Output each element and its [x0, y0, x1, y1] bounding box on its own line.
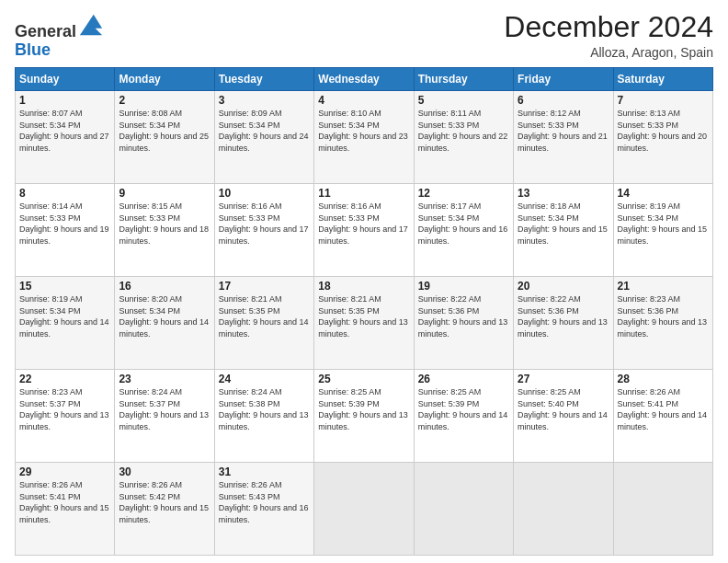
calendar-cell: 9Sunrise: 8:15 AMSunset: 5:33 PMDaylight…	[115, 184, 214, 277]
weekday-thursday: Thursday	[414, 68, 513, 91]
day-detail: Sunrise: 8:16 AMSunset: 5:33 PMDaylight:…	[318, 201, 409, 247]
weekday-wednesday: Wednesday	[314, 68, 414, 91]
day-number: 17	[219, 280, 310, 293]
day-number: 11	[318, 187, 409, 200]
calendar-cell: 27Sunrise: 8:25 AMSunset: 5:40 PMDayligh…	[514, 370, 613, 463]
day-detail: Sunrise: 8:11 AMSunset: 5:33 PMDaylight:…	[418, 108, 509, 154]
day-detail: Sunrise: 8:19 AMSunset: 5:34 PMDaylight:…	[19, 293, 110, 339]
calendar-cell: 12Sunrise: 8:17 AMSunset: 5:34 PMDayligh…	[414, 184, 513, 277]
day-number: 28	[618, 373, 709, 385]
day-number: 18	[318, 280, 409, 293]
day-detail: Sunrise: 8:12 AMSunset: 5:33 PMDaylight:…	[518, 108, 609, 154]
calendar-cell: 10Sunrise: 8:16 AMSunset: 5:33 PMDayligh…	[214, 184, 313, 277]
day-number: 6	[518, 94, 609, 107]
calendar-cell: 3Sunrise: 8:09 AMSunset: 5:34 PMDaylight…	[214, 91, 313, 184]
day-detail: Sunrise: 8:26 AMSunset: 5:43 PMDaylight:…	[219, 479, 310, 525]
logo-text: GeneralBlue	[15, 11, 104, 60]
day-number: 30	[119, 465, 210, 478]
weekday-header-row: SundayMondayTuesdayWednesdayThursdayFrid…	[16, 68, 713, 91]
day-detail: Sunrise: 8:09 AMSunset: 5:34 PMDaylight:…	[219, 108, 310, 154]
day-number: 13	[518, 187, 609, 200]
title-block: December 2024 Alloza, Aragon, Spain	[504, 11, 713, 60]
day-number: 29	[19, 465, 110, 478]
day-detail: Sunrise: 8:17 AMSunset: 5:34 PMDaylight:…	[418, 201, 509, 247]
day-detail: Sunrise: 8:07 AMSunset: 5:34 PMDaylight:…	[19, 108, 110, 154]
calendar-cell: 15Sunrise: 8:19 AMSunset: 5:34 PMDayligh…	[16, 277, 115, 370]
day-detail: Sunrise: 8:25 AMSunset: 5:40 PMDaylight:…	[518, 386, 609, 432]
day-number: 12	[418, 187, 509, 200]
day-number: 10	[219, 187, 310, 200]
day-number: 7	[618, 94, 709, 107]
day-number: 24	[219, 373, 310, 385]
calendar-cell: 13Sunrise: 8:18 AMSunset: 5:34 PMDayligh…	[514, 184, 613, 277]
calendar-cell: 24Sunrise: 8:24 AMSunset: 5:38 PMDayligh…	[214, 370, 313, 463]
day-number: 21	[618, 280, 709, 293]
week-row-4: 22Sunrise: 8:23 AMSunset: 5:37 PMDayligh…	[16, 370, 713, 463]
day-number: 3	[219, 94, 310, 107]
day-number: 16	[119, 280, 210, 293]
day-number: 22	[19, 373, 110, 385]
calendar-cell: 6Sunrise: 8:12 AMSunset: 5:33 PMDaylight…	[514, 91, 613, 184]
calendar-cell: 17Sunrise: 8:21 AMSunset: 5:35 PMDayligh…	[214, 277, 313, 370]
day-detail: Sunrise: 8:26 AMSunset: 5:41 PMDaylight:…	[19, 479, 110, 525]
calendar-cell	[314, 463, 414, 556]
svg-marker-0	[80, 15, 102, 35]
day-number: 19	[418, 280, 509, 293]
day-detail: Sunrise: 8:15 AMSunset: 5:33 PMDaylight:…	[119, 201, 210, 247]
day-detail: Sunrise: 8:18 AMSunset: 5:34 PMDaylight:…	[518, 201, 609, 247]
day-number: 1	[19, 94, 110, 107]
calendar-cell: 7Sunrise: 8:13 AMSunset: 5:33 PMDaylight…	[613, 91, 712, 184]
day-number: 26	[418, 373, 509, 385]
weekday-tuesday: Tuesday	[214, 68, 313, 91]
day-detail: Sunrise: 8:24 AMSunset: 5:37 PMDaylight:…	[119, 386, 210, 432]
weekday-friday: Friday	[514, 68, 613, 91]
day-detail: Sunrise: 8:13 AMSunset: 5:33 PMDaylight:…	[618, 108, 709, 154]
calendar-cell: 29Sunrise: 8:26 AMSunset: 5:41 PMDayligh…	[16, 463, 115, 556]
week-row-1: 1Sunrise: 8:07 AMSunset: 5:34 PMDaylight…	[16, 91, 713, 184]
calendar-cell: 20Sunrise: 8:22 AMSunset: 5:36 PMDayligh…	[514, 277, 613, 370]
day-number: 5	[418, 94, 509, 107]
day-detail: Sunrise: 8:19 AMSunset: 5:34 PMDaylight:…	[618, 201, 709, 247]
week-row-5: 29Sunrise: 8:26 AMSunset: 5:41 PMDayligh…	[16, 463, 713, 556]
day-detail: Sunrise: 8:25 AMSunset: 5:39 PMDaylight:…	[418, 386, 509, 432]
day-detail: Sunrise: 8:22 AMSunset: 5:36 PMDaylight:…	[518, 293, 609, 339]
page: GeneralBlue December 2024 Alloza, Aragon…	[0, 0, 728, 563]
day-detail: Sunrise: 8:21 AMSunset: 5:35 PMDaylight:…	[318, 293, 409, 339]
day-number: 9	[119, 187, 210, 200]
day-number: 14	[618, 187, 709, 200]
day-number: 31	[219, 465, 310, 478]
day-detail: Sunrise: 8:10 AMSunset: 5:34 PMDaylight:…	[318, 108, 409, 154]
week-row-2: 8Sunrise: 8:14 AMSunset: 5:33 PMDaylight…	[16, 184, 713, 277]
calendar-cell: 31Sunrise: 8:26 AMSunset: 5:43 PMDayligh…	[214, 463, 313, 556]
calendar-cell: 16Sunrise: 8:20 AMSunset: 5:34 PMDayligh…	[115, 277, 214, 370]
day-detail: Sunrise: 8:22 AMSunset: 5:36 PMDaylight:…	[418, 293, 509, 339]
day-detail: Sunrise: 8:14 AMSunset: 5:33 PMDaylight:…	[19, 201, 110, 247]
logo: GeneralBlue	[15, 11, 104, 60]
calendar-body: 1Sunrise: 8:07 AMSunset: 5:34 PMDaylight…	[16, 91, 713, 556]
calendar-cell: 1Sunrise: 8:07 AMSunset: 5:34 PMDaylight…	[16, 91, 115, 184]
day-number: 27	[518, 373, 609, 385]
header: GeneralBlue December 2024 Alloza, Aragon…	[15, 11, 713, 60]
day-number: 2	[119, 94, 210, 107]
calendar-cell: 30Sunrise: 8:26 AMSunset: 5:42 PMDayligh…	[115, 463, 214, 556]
day-number: 20	[518, 280, 609, 293]
location: Alloza, Aragon, Spain	[504, 45, 713, 60]
calendar-cell: 21Sunrise: 8:23 AMSunset: 5:36 PMDayligh…	[613, 277, 712, 370]
logo-blue: Blue	[15, 40, 51, 59]
day-number: 15	[19, 280, 110, 293]
calendar-cell: 22Sunrise: 8:23 AMSunset: 5:37 PMDayligh…	[16, 370, 115, 463]
month-title: December 2024	[504, 11, 713, 43]
day-detail: Sunrise: 8:21 AMSunset: 5:35 PMDaylight:…	[219, 293, 310, 339]
logo-general: General	[15, 22, 76, 40]
calendar-table: SundayMondayTuesdayWednesdayThursdayFrid…	[15, 67, 713, 556]
calendar-cell: 4Sunrise: 8:10 AMSunset: 5:34 PMDaylight…	[314, 91, 414, 184]
calendar-cell: 18Sunrise: 8:21 AMSunset: 5:35 PMDayligh…	[314, 277, 414, 370]
calendar-cell: 8Sunrise: 8:14 AMSunset: 5:33 PMDaylight…	[16, 184, 115, 277]
day-number: 8	[19, 187, 110, 200]
calendar-cell: 2Sunrise: 8:08 AMSunset: 5:34 PMDaylight…	[115, 91, 214, 184]
calendar-cell	[414, 463, 513, 556]
day-detail: Sunrise: 8:23 AMSunset: 5:37 PMDaylight:…	[19, 386, 110, 432]
calendar-cell: 14Sunrise: 8:19 AMSunset: 5:34 PMDayligh…	[613, 184, 712, 277]
calendar-cell	[613, 463, 712, 556]
calendar-cell: 26Sunrise: 8:25 AMSunset: 5:39 PMDayligh…	[414, 370, 513, 463]
